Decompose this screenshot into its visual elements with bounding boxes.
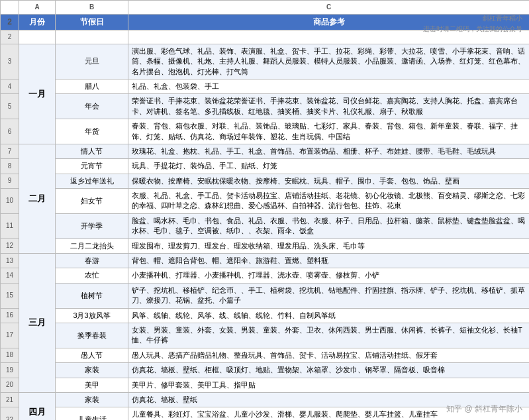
festival-cell: 情人节 — [56, 144, 128, 158]
content-cell: 演出服、彩色气球、礼品、装饰、表演服、礼盒、贺卡、手工、拉花、彩绳、彩带、大拉花… — [128, 44, 530, 79]
table-row: 3一月元旦演出服、彩色气球、礼品、装饰、表演服、礼盒、贺卡、手工、拉花、彩绳、彩… — [1, 44, 530, 79]
content-cell: 仿真花、墙板、壁纸、柜框、吸顶灯、地贴、置物架、冰箱罩、沙发巾、钢琴罩、隔音板、… — [128, 363, 530, 378]
festival-cell: 元旦 — [56, 44, 128, 79]
table-row: 5年会荣誉证书、手捧花束、装饰盆花荣誉证书、手捧花束、装饰盆花、司仪台鲜花、嘉宾… — [1, 94, 530, 119]
row-number: 16 — [1, 308, 19, 323]
logo: 知乎 @ 斜杠青年陈小 — [446, 403, 522, 415]
festival-cell: 愚人节 — [56, 348, 128, 362]
festival-cell: 二月二龙抬头 — [56, 238, 128, 253]
table-row: 163月3放风筝风筝、线轴、线轮、风筝、线、线轴、线轮、竹料、自制风筝纸 — [1, 308, 530, 323]
festival-cell: 元宵节 — [56, 159, 128, 174]
festival-cell: 年货 — [56, 119, 128, 144]
watermark-line2: 进击时请二维码，关注我的公众号 — [423, 24, 522, 34]
row-number: 11 — [1, 213, 19, 238]
festival-cell: 农忙 — [56, 268, 128, 283]
row-number: 17 — [1, 323, 19, 348]
table-row: 18愚人节愚人玩具、恶搞产品赠品礼物、整蛊玩具、首饰品、贺卡、活动易拉宝、店铺活… — [1, 348, 530, 362]
table-row: 8元宵节玩具、手提花灯、装饰品、手工、贴纸、灯笼 — [1, 159, 530, 174]
row-number: 4 — [1, 79, 19, 93]
festival-cell: 家装 — [56, 363, 128, 378]
festival-cell: 开学季 — [56, 213, 128, 238]
row-number: 12 — [1, 238, 19, 253]
festival-cell — [19, 30, 56, 44]
content-cell: 玫瑰花、礼盒、抱枕、礼品、手工、礼盒、首饰品、布置装饰品、相册、杯子、布娃娃、腰… — [128, 144, 530, 158]
content-cell — [56, 30, 128, 44]
table-row: 11开学季脸盆、喝水杯、毛巾、书包、食品、礼品、衣服、书包、衣服、杯子、日用品、… — [1, 213, 530, 238]
content-cell: 荣誉证书、手捧花束、装饰盆花荣誉证书、手捧花束、装饰盆花、司仪台鲜花、嘉宾陶花、… — [128, 94, 530, 119]
table-row: 4腊八礼品、礼盒、包装袋、手工 — [1, 79, 530, 93]
row-number: 2 — [1, 30, 19, 44]
table-row: 12二月二龙抬头理发围布、理发剪刀、理发台、理发收纳箱、理发用品、洗头床、毛巾等 — [1, 238, 530, 253]
table-row: 17换季春装女装、男装、童装、外套、女装、男装、童装、外套、卫衣、休闲西装、男士… — [1, 323, 530, 348]
content-cell: 背包、帽、遮阳合背包、帽、遮阳伞、旅游鞋、置燃、塑料瓶 — [128, 254, 530, 268]
watermark-line1: 斜杠青年稻小 — [423, 13, 522, 24]
content-cell: 女装、男装、童装、外套、女装、男装、童装、外套、卫衣、休闲西装、男士西服、休闲裤… — [128, 323, 530, 348]
content-cell: 风筝、线轴、线轮、风筝、线、线轴、线轮、竹料、自制风筝纸 — [128, 308, 530, 323]
row-number: 22 — [1, 407, 19, 420]
row-number: 19 — [1, 363, 19, 378]
header-month: 月份 — [19, 15, 56, 30]
row-number: 18 — [1, 348, 19, 362]
table-row: 10妇女节衣服、礼品、礼盒、手工品、贺卡活动易拉宝、店铺活动挂纸、老花镜、初心化… — [1, 189, 530, 214]
content-cell: 保暖衣物、按摩椅、安眠枕保暖衣物、按摩椅、安眠枕、玩具、帽子、围巾、手套、包包、… — [128, 174, 530, 188]
header-festival: 节假日 — [56, 15, 128, 30]
row-number: 9 — [1, 174, 19, 188]
content-cell: 理发围布、理发剪刀、理发台、理发收纳箱、理发用品、洗头床、毛巾等 — [128, 238, 530, 253]
table-row: 6年货春装、背包、箱包衣服、对联、礼品、装饰品、玻璃贴、七彩灯、家具、春装、背包… — [1, 119, 530, 144]
table-row: 7二月情人节玫瑰花、礼盒、抱枕、礼品、手工、礼盒、首饰品、布置装饰品、相册、杯子… — [1, 144, 530, 158]
month-cell: 三月 — [19, 254, 56, 393]
month-cell: 四月 — [19, 392, 56, 420]
row-number: 14 — [1, 268, 19, 283]
content-cell: 礼品、礼盒、包装袋、手工 — [128, 79, 530, 93]
content-cell: 衣服、礼品、礼盒、手工品、贺卡活动易拉宝、店铺活动挂纸、老花镜、初心化妆镜、北极… — [128, 189, 530, 214]
festival-cell: 植树节 — [56, 283, 128, 308]
table-row: 13三月春游背包、帽、遮阳合背包、帽、遮阳伞、旅游鞋、置燃、塑料瓶 — [1, 254, 530, 268]
festival-cell: 妇女节 — [56, 189, 128, 214]
table-row: 19家装仿真花、墙板、壁纸、柜框、吸顶灯、地贴、置物架、冰箱罩、沙发巾、钢琴罩、… — [1, 363, 530, 378]
festival-cell: 春游 — [56, 254, 128, 268]
row-2-num: 2 — [1, 15, 19, 30]
col-letter-row: A B C — [1, 1, 530, 15]
main-table: A B C 2 月份 节假日 商品参考 23一月元旦演出服、彩色气球、礼品、装饰… — [0, 0, 529, 420]
content-cell: 玩具、手提花灯、装饰品、手工、贴纸、灯笼 — [128, 159, 530, 174]
table-row: 15植树节铲子、挖坑机、移植铲、纪念币、、手工、植树袋、挖坑机、钻地配件、拧固挂… — [1, 283, 530, 308]
festival-cell: 美甲 — [56, 378, 128, 392]
table-row: 20美甲美甲片、修甲套装、美甲工具、指甲贴 — [1, 378, 530, 392]
table-row: 14农忙小麦播种机、打埋器、小麦播种机、打埋器、浇水壶、喷雾壶、修枝剪、小铲 — [1, 268, 530, 283]
festival-cell: 返乡过年送礼 — [56, 174, 128, 188]
watermark: 斜杠青年稻小 进击时请二维码，关注我的公众号 — [423, 13, 522, 34]
content-cell: 春装、背包、箱包衣服、对联、礼品、装饰品、玻璃贴、七彩灯、家具、春装、背包、箱包… — [128, 119, 530, 144]
month-cell: 一月 — [19, 44, 56, 144]
col-b-label: B — [56, 1, 128, 15]
month-cell: 二月 — [19, 144, 56, 253]
festival-cell: 腊八 — [56, 79, 128, 93]
col-c-label: C — [128, 1, 530, 15]
festival-cell: 儿童生活 — [56, 407, 128, 420]
content-cell: 脸盆、喝水杯、毛巾、书包、食品、礼品、衣服、书包、衣服、杯子、日用品、拉杆箱、藤… — [128, 213, 530, 238]
row-number: 20 — [1, 378, 19, 392]
row-number: 21 — [1, 392, 19, 407]
col-a-label: A — [19, 1, 56, 15]
content-cell: 愚人玩具、恶搞产品赠品礼物、整蛊玩具、首饰品、贺卡、活动易拉宝、店铺活动挂纸、假… — [128, 348, 530, 362]
row-number: 10 — [1, 189, 19, 214]
row-number: 8 — [1, 159, 19, 174]
row-number: 5 — [1, 94, 19, 119]
festival-cell: 家装 — [56, 392, 128, 407]
row-number: 13 — [1, 254, 19, 268]
corner-cell — [1, 1, 19, 15]
content-cell: 小麦播种机、打埋器、小麦播种机、打埋器、浇水壶、喷雾壶、修枝剪、小铲 — [128, 268, 530, 283]
content-cell: 铲子、挖坑机、移植铲、纪念币、、手工、植树袋、挖坑机、钻地配件、拧固挂旗、指示牌… — [128, 283, 530, 308]
row-number: 15 — [1, 283, 19, 308]
row-number: 6 — [1, 119, 19, 144]
row-number: 3 — [1, 44, 19, 79]
table-row: 9返乡过年送礼保暖衣物、按摩椅、安眠枕保暖衣物、按摩椅、安眠枕、玩具、帽子、围巾… — [1, 174, 530, 188]
festival-cell: 年会 — [56, 94, 128, 119]
festival-cell: 3月3放风筝 — [56, 308, 128, 323]
festival-cell: 换季春装 — [56, 323, 128, 348]
content-cell: 美甲片、修甲套装、美甲工具、指甲贴 — [128, 378, 530, 392]
row-number: 7 — [1, 144, 19, 158]
